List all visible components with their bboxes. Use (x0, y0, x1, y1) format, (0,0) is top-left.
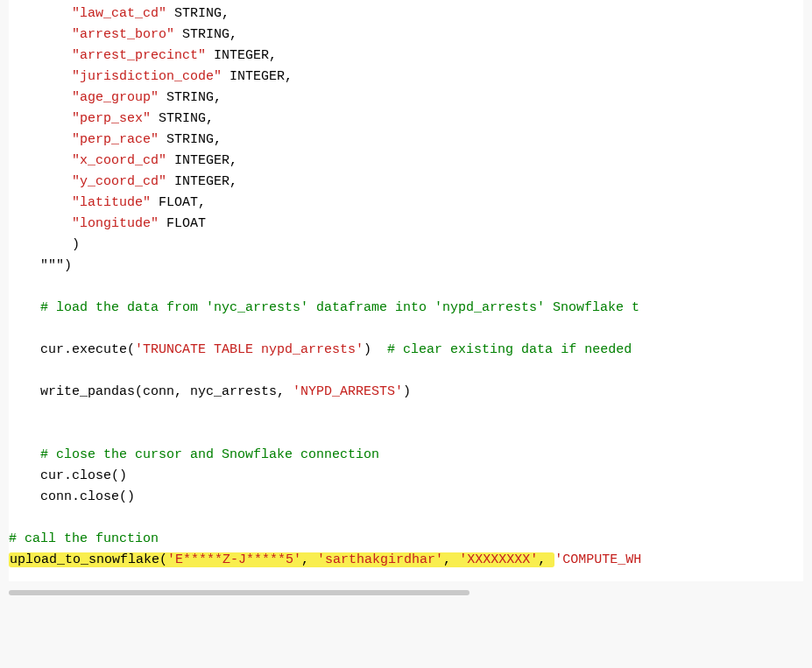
type-token: STRING, (166, 6, 229, 21)
code-line: "y_coord_cd" INTEGER, (9, 172, 803, 193)
string-literal: "x_coord_cd" (72, 153, 166, 168)
code-line: "perp_race" STRING, (9, 130, 803, 151)
string-arg: 'sarthakgirdhar' (317, 552, 443, 567)
arg-sep: , (538, 552, 554, 567)
code-line: "arrest_boro" STRING, (9, 25, 803, 46)
string-literal: "age_group" (72, 90, 159, 105)
code-line: "jurisdiction_code" INTEGER, (9, 67, 803, 88)
string-literal: "jurisdiction_code" (72, 69, 222, 84)
string-literal: "law_cat_cd" (72, 6, 166, 21)
string-literal: "perp_sex" (72, 111, 151, 126)
type-token: INTEGER, (166, 153, 237, 168)
string-literal: "perp_race" (72, 132, 159, 147)
string-literal: "arrest_precinct" (72, 48, 206, 63)
code-line: "x_coord_cd" INTEGER, (9, 151, 803, 172)
code-block: "law_cat_cd" STRING, "arrest_boro" STRIN… (9, 0, 803, 581)
code-line: """) (9, 256, 803, 277)
code-line: ) (9, 235, 803, 256)
code-line: "arrest_precinct" INTEGER, (9, 46, 803, 67)
string-arg: 'E*****Z-J*****5' (167, 552, 301, 567)
type-token: FLOAT, (151, 195, 206, 210)
blank-line (9, 424, 803, 445)
comment-line: # close the cursor and Snowflake connect… (9, 445, 803, 466)
code-line: cur.execute('TRUNCATE TABLE nypd_arrests… (9, 340, 803, 361)
code-text: cur.execute( (9, 342, 135, 357)
code-line: "perp_sex" STRING, (9, 109, 803, 130)
blank-line (9, 319, 803, 340)
scrollbar-thumb[interactable] (9, 590, 470, 595)
arg-sep: , (443, 552, 459, 567)
type-token: INTEGER, (166, 174, 237, 189)
string-literal: 'TRUNCATE TABLE nypd_arrests' (135, 342, 364, 357)
string-arg: 'COMPUTE_WH (554, 552, 641, 567)
code-line: "law_cat_cd" STRING, (9, 4, 803, 25)
type-token: STRING, (159, 132, 222, 147)
code-text: ) (403, 384, 411, 399)
highlight-region: upload_to_snowflake('E*****Z-J*****5', '… (9, 552, 554, 567)
string-literal: "arrest_boro" (72, 27, 174, 42)
comment-line: # load the data from 'nyc_arrests' dataf… (9, 298, 803, 319)
string-literal: "latitude" (72, 195, 151, 210)
code-line: upload_to_snowflake('E*****Z-J*****5', '… (9, 550, 803, 571)
arg-sep: , (301, 552, 317, 567)
code-line: "latitude" FLOAT, (9, 193, 803, 214)
code-text: write_pandas(conn, nyc_arrests, (9, 384, 293, 399)
type-token: STRING, (151, 111, 214, 126)
type-token: INTEGER, (222, 69, 293, 84)
type-token: INTEGER, (206, 48, 277, 63)
blank-line (9, 508, 803, 529)
blank-line (9, 403, 803, 424)
type-token: STRING, (174, 27, 237, 42)
blank-line (9, 361, 803, 382)
code-line: "age_group" STRING, (9, 88, 803, 109)
type-token: STRING, (159, 90, 222, 105)
code-text: ) (364, 342, 387, 357)
function-call: upload_to_snowflake( (10, 552, 167, 567)
code-line: write_pandas(conn, nyc_arrests, 'NYPD_AR… (9, 382, 803, 403)
string-literal: "y_coord_cd" (72, 174, 166, 189)
code-line: conn.close() (9, 487, 803, 508)
comment-inline: # clear existing data if needed (387, 342, 632, 357)
blank-line (9, 277, 803, 298)
string-literal: "longitude" (72, 216, 159, 231)
horizontal-scrollbar[interactable] (9, 590, 803, 599)
code-line: cur.close() (9, 466, 803, 487)
comment-line: # call the function (9, 529, 803, 550)
code-line: "longitude" FLOAT (9, 214, 803, 235)
string-arg: 'XXXXXXXX' (459, 552, 538, 567)
type-token: FLOAT (159, 216, 206, 231)
string-literal: 'NYPD_ARRESTS' (293, 384, 403, 399)
